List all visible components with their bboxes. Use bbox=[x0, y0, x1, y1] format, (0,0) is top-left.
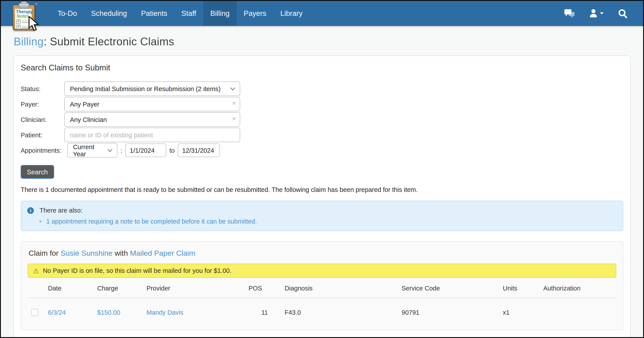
clinician-label: Clinician: bbox=[21, 116, 64, 123]
col-header-charge: Charge bbox=[94, 279, 143, 298]
checkmark-icon: ✓ bbox=[16, 19, 21, 24]
info-alert-heading: There are also: bbox=[40, 207, 82, 214]
clinician-row: Clinician: bbox=[21, 112, 623, 127]
claim-method-link[interactable]: Mailed Paper Claim bbox=[130, 249, 195, 257]
claim-service-code-value: 90791 bbox=[398, 298, 499, 328]
clipboard-clip-icon bbox=[19, 3, 29, 9]
checkmark-icon: ✓ bbox=[16, 25, 21, 29]
claims-table: Date Charge Provider POS Diagnosis Servi… bbox=[28, 279, 616, 328]
card-footer: Cancel Include up to four diagnosis code… bbox=[21, 337, 623, 338]
appointments-label: Appointments: bbox=[21, 147, 64, 154]
chevron-down-icon bbox=[107, 149, 112, 152]
col-header-pos: POS bbox=[245, 279, 272, 298]
checkbox-column-header bbox=[28, 279, 44, 298]
col-header-date: Date bbox=[44, 279, 94, 298]
col-header-service-code: Service Code bbox=[398, 279, 499, 298]
logo-checkline: ✓ bbox=[16, 19, 30, 24]
col-header-provider: Provider bbox=[143, 279, 245, 298]
claim-title-middle: with bbox=[112, 249, 130, 257]
appointments-range-select[interactable]: Current Year bbox=[67, 143, 118, 158]
payer-row: Payer: bbox=[21, 97, 623, 111]
warning-text: No Payer ID is on file, so this claim wi… bbox=[43, 267, 232, 274]
app-window: ® Therapy Notes ✓ ✓ To-Do Scheduling Pat… bbox=[0, 0, 644, 338]
logo-checkline: ✓ bbox=[16, 25, 30, 29]
clear-payer-icon[interactable] bbox=[232, 101, 236, 106]
logo-word-therapy: Therapy bbox=[16, 10, 33, 14]
status-row: Status: Pending Initial Submission or Re… bbox=[21, 81, 623, 96]
search-icon[interactable] bbox=[618, 9, 627, 18]
therapynotes-logo[interactable]: ® Therapy Notes ✓ ✓ bbox=[13, 3, 35, 30]
clear-clinician-icon[interactable] bbox=[232, 116, 236, 122]
status-select-value: Pending Initial Submission or Resubmissi… bbox=[70, 85, 220, 92]
range-separator: : bbox=[120, 147, 122, 154]
status-label: Status: bbox=[21, 85, 64, 92]
registered-mark: ® bbox=[35, 3, 38, 6]
nav-item-library[interactable]: Library bbox=[274, 1, 310, 26]
breadcrumb-billing-link[interactable]: Billing bbox=[14, 35, 44, 48]
messages-icon[interactable] bbox=[564, 9, 576, 18]
payer-label: Payer: bbox=[21, 101, 64, 108]
payer-input[interactable] bbox=[64, 97, 240, 111]
appointments-range-value: Current Year bbox=[73, 143, 107, 157]
claim-units-value: x1 bbox=[499, 298, 540, 328]
claim-diagnosis-value: F43.0 bbox=[272, 298, 398, 328]
nav-item-payers[interactable]: Payers bbox=[237, 1, 274, 26]
info-icon: i bbox=[27, 207, 34, 214]
results-summary: There is 1 documented appointment that i… bbox=[21, 186, 623, 193]
mouse-cursor-icon bbox=[28, 16, 40, 32]
claim-row-checkbox[interactable] bbox=[31, 309, 38, 316]
search-button[interactable]: Search bbox=[21, 165, 54, 179]
claims-table-header-row: Date Charge Provider POS Diagnosis Servi… bbox=[28, 279, 616, 298]
submit-claims-card: Search Claims to Submit Status: Pending … bbox=[13, 56, 631, 338]
appointments-row: Appointments: Current Year : to bbox=[21, 143, 623, 158]
search-form: Status: Pending Initial Submission or Re… bbox=[21, 81, 623, 158]
nav-item-scheduling[interactable]: Scheduling bbox=[84, 1, 134, 26]
claim-charge-link[interactable]: $150.00 bbox=[97, 309, 120, 316]
end-date-input[interactable] bbox=[178, 143, 220, 157]
claim-header: Claim for Susie Sunshine with Mailed Pap… bbox=[28, 247, 616, 258]
claim-provider-link[interactable]: Mandy Davis bbox=[146, 309, 184, 316]
claim-authorization-value bbox=[540, 298, 616, 328]
start-date-input[interactable] bbox=[125, 143, 166, 157]
patient-name-link[interactable]: Susie Sunshine bbox=[60, 249, 112, 257]
warning-alert: ⚠ No Payer ID is on file, so this claim … bbox=[28, 264, 616, 278]
claim-date-link[interactable]: 6/3/24 bbox=[48, 309, 66, 316]
col-header-diagnosis: Diagnosis bbox=[272, 279, 398, 298]
col-header-units: Units bbox=[499, 279, 540, 298]
nav-menu: To-Do Scheduling Patients Staff Billing … bbox=[50, 1, 310, 26]
warning-triangle-icon: ⚠ bbox=[33, 267, 39, 274]
patient-label: Patient: bbox=[21, 131, 64, 138]
page-title-suffix: : Submit Electronic Claims bbox=[44, 35, 174, 48]
claim-pos-value: 11 bbox=[245, 298, 272, 328]
info-alert: i There are also: 1 appointment requirin… bbox=[21, 201, 623, 231]
nav-item-billing[interactable]: Billing bbox=[203, 1, 237, 26]
patient-row: Patient: bbox=[21, 128, 623, 142]
top-navbar: ® Therapy Notes ✓ ✓ To-Do Scheduling Pat… bbox=[1, 1, 643, 26]
page-title: Billing: Submit Electronic Claims bbox=[1, 26, 643, 48]
status-select[interactable]: Pending Initial Submission or Resubmissi… bbox=[64, 81, 240, 96]
nav-item-staff[interactable]: Staff bbox=[174, 1, 203, 26]
search-claims-heading: Search Claims to Submit bbox=[21, 63, 623, 73]
chevron-down-icon bbox=[230, 87, 235, 90]
nav-utilities bbox=[564, 1, 643, 26]
nav-item-patients[interactable]: Patients bbox=[134, 1, 174, 26]
col-header-authorization: Authorization bbox=[540, 279, 616, 298]
claim-panel: Claim for Susie Sunshine with Mailed Pap… bbox=[21, 241, 623, 330]
note-required-link[interactable]: 1 appointment requiring a note to be com… bbox=[46, 218, 257, 225]
user-menu-icon[interactable] bbox=[589, 9, 605, 18]
nav-item-todo[interactable]: To-Do bbox=[50, 1, 84, 26]
clinician-input[interactable] bbox=[64, 112, 240, 127]
diagnosis-codes-select[interactable]: Include up to four diagnosis codes per s… bbox=[408, 337, 565, 338]
claim-table-row: 6/3/24 $150.00 Mandy Davis 11 F43.0 9079… bbox=[28, 298, 616, 328]
to-label: to bbox=[169, 147, 175, 154]
claim-title-prefix: Claim for bbox=[28, 249, 60, 257]
patient-input[interactable] bbox=[64, 128, 240, 142]
logo-word-notes: Notes bbox=[17, 14, 29, 19]
